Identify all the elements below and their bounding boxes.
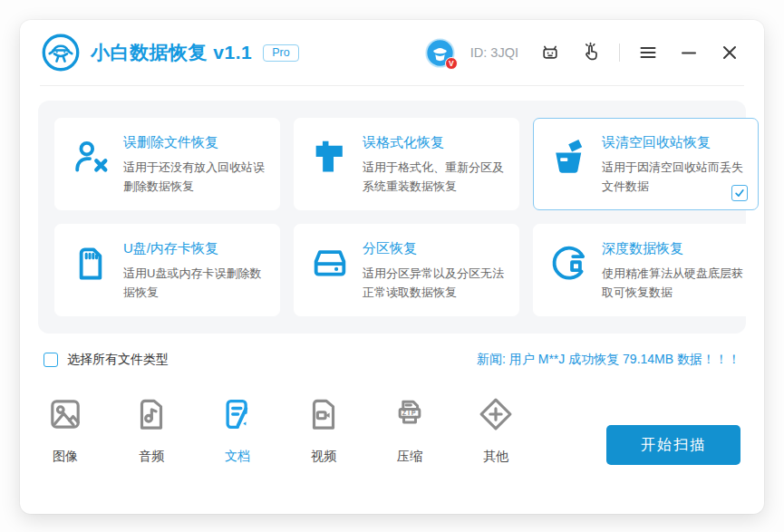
card-title: 误清空回收站恢复: [602, 134, 745, 151]
file-type-other[interactable]: 其他: [474, 395, 518, 465]
card-format-recovery[interactable]: 误格式化恢复 适用于格式化、重新分区及系统重装数据恢复: [294, 118, 519, 210]
card-description: 适用于因清空回收站而丢失文件数据: [602, 158, 745, 196]
file-type-audio[interactable]: 音频: [130, 395, 173, 465]
user-avatar[interactable]: V: [425, 38, 455, 68]
sd-card-icon: [70, 242, 111, 284]
audio-file-icon: [132, 395, 170, 433]
file-type-archive[interactable]: ZIP 压缩: [388, 395, 431, 465]
options-row: 选择所有文件类型 新闻: 用户 M**J 成功恢复 79.14MB 数据！！！: [44, 352, 740, 368]
user-id-label: ID: 3JQI: [470, 45, 518, 60]
card-description: 适用U盘或内存卡误删除数据恢复: [123, 264, 266, 302]
checkmark-icon: [734, 188, 745, 198]
file-type-label: 视频: [311, 449, 336, 465]
start-scan-button[interactable]: 开始扫描: [606, 425, 740, 465]
document-file-icon: [218, 395, 256, 433]
file-type-document[interactable]: 文档: [216, 395, 259, 465]
app-window: 小白数据恢复 v1.1 Pro V ID: 3JQI: [20, 20, 764, 514]
recycle-bin-icon: [548, 136, 590, 178]
close-button[interactable]: [717, 40, 742, 65]
select-all-file-types[interactable]: 选择所有文件类型: [44, 352, 169, 368]
select-all-checkbox[interactable]: [44, 353, 58, 367]
card-title: 分区恢复: [363, 240, 506, 257]
file-type-label: 压缩: [397, 449, 422, 465]
header-separator: [40, 85, 744, 86]
file-type-image[interactable]: 图像: [44, 395, 87, 465]
file-type-label: 音频: [139, 449, 164, 465]
app-logo-mascot-icon: [42, 34, 80, 72]
menu-button[interactable]: [635, 40, 661, 65]
card-deep-recovery[interactable]: 深度数据恢复 使用精准算法从硬盘底层获取可恢复数据: [533, 224, 759, 316]
card-partition-recovery[interactable]: 分区恢复 适用分区异常以及分区无法正常读取数据恢复: [294, 224, 519, 316]
card-description: 使用精准算法从硬盘底层获取可恢复数据: [602, 264, 745, 302]
card-description: 适用分区异常以及分区无法正常读取数据恢复: [363, 264, 506, 302]
menu-icon: [637, 42, 659, 63]
select-all-label: 选择所有文件类型: [67, 352, 169, 368]
file-type-list: 图像 音频: [44, 395, 518, 465]
file-type-video[interactable]: 视频: [302, 395, 345, 465]
card-title: 深度数据恢复: [602, 240, 745, 257]
recovery-modes-panel: 误删除文件恢复 适用于还没有放入回收站误删除数据恢复 误格式化恢复 适用于格式化…: [38, 101, 746, 334]
card-deleted-file-recovery[interactable]: 误删除文件恢复 适用于还没有放入回收站误删除数据恢复: [54, 118, 280, 210]
user-x-icon: [70, 136, 111, 178]
title-bar: 小白数据恢复 v1.1 Pro V ID: 3JQI: [20, 20, 764, 85]
card-description: 适用于还没有放入回收站误删除数据恢复: [123, 158, 266, 196]
header-controls: V ID: 3JQI: [425, 38, 742, 68]
card-title: 误格式化恢复: [363, 134, 506, 151]
file-type-label: 其他: [483, 449, 508, 465]
card-checkbox-checked[interactable]: [731, 185, 748, 201]
file-type-label: 图像: [53, 449, 78, 465]
minimize-button[interactable]: [676, 40, 702, 65]
deep-scan-icon: [548, 242, 590, 284]
zip-file-icon: ZIP: [391, 395, 429, 433]
card-description: 适用于格式化、重新分区及系统重装数据恢复: [363, 158, 506, 196]
card-title: 误删除文件恢复: [123, 134, 266, 151]
video-file-icon: [305, 395, 343, 433]
robot-assistant-button[interactable]: [537, 40, 563, 65]
news-ticker: 新闻: 用户 M**J 成功恢复 79.14MB 数据！！！: [477, 352, 740, 368]
close-icon: [719, 42, 740, 63]
file-type-row: 图像 音频: [44, 395, 740, 465]
pro-badge: Pro: [263, 44, 298, 62]
card-usb-sd-recovery[interactable]: U盘/内存卡恢复 适用U盘或内存卡误删除数据恢复: [54, 224, 280, 316]
file-type-label: 文档: [225, 449, 250, 465]
robot-icon: [539, 42, 561, 63]
image-file-icon: [46, 395, 84, 433]
card-title: U盘/内存卡恢复: [123, 240, 266, 257]
header-divider: [619, 44, 620, 62]
format-brush-icon: [309, 136, 351, 178]
other-file-icon: [477, 395, 515, 433]
card-recycle-bin-recovery[interactable]: 误清空回收站恢复 适用于因清空回收站而丢失文件数据: [533, 118, 759, 210]
touch-tutorial-button[interactable]: [578, 40, 604, 65]
touch-icon: [580, 42, 602, 63]
vip-badge: V: [445, 57, 458, 70]
minimize-icon: [678, 42, 700, 63]
hard-drive-icon: [309, 242, 351, 284]
app-title: 小白数据恢复 v1.1: [91, 40, 252, 65]
